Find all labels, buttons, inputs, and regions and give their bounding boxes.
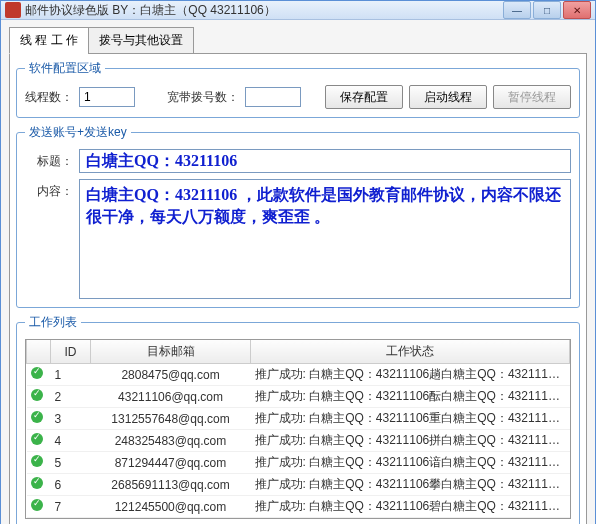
tab-thread-work[interactable]: 线 程 工 作 <box>9 27 89 54</box>
pause-thread-button[interactable]: 暂停线程 <box>493 85 571 109</box>
dial-count-input[interactable] <box>245 87 301 107</box>
table-row[interactable]: 12808475@qq.com推广成功: 白糖主QQ：43211106趟白糖主Q… <box>27 364 570 386</box>
worklist-legend: 工作列表 <box>25 314 81 331</box>
start-thread-button[interactable]: 启动线程 <box>409 85 487 109</box>
success-icon <box>31 389 43 401</box>
success-icon <box>31 477 43 489</box>
success-icon <box>31 455 43 467</box>
table-row[interactable]: 243211106@qq.com推广成功: 白糖主QQ：43211106酝白糖主… <box>27 386 570 408</box>
tab-strip: 线 程 工 作 拨号与其他设置 <box>9 26 587 53</box>
cell-status: 推广成功: 白糖主QQ：43211106拼白糖主QQ：43211106 ，此款软… <box>251 430 570 452</box>
table-row[interactable]: 31312557648@qq.com推广成功: 白糖主QQ：43211106重白… <box>27 408 570 430</box>
cell-id: 3 <box>51 408 91 430</box>
cell-mail: 2808475@qq.com <box>91 364 251 386</box>
cell-mail: 248325483@qq.com <box>91 430 251 452</box>
client-area: 线 程 工 作 拨号与其他设置 软件配置区域 线程数： 宽带拨号数： 保存配置 … <box>1 20 595 524</box>
cell-id: 6 <box>51 474 91 496</box>
app-window: 邮件协议绿色版 BY：白塘主（QQ 43211106） — □ ✕ 线 程 工 … <box>0 0 596 524</box>
cell-status: 推广成功: 白糖主QQ：43211106攀白糖主QQ：43211106 ，此款软… <box>251 474 570 496</box>
cell-mail: 871294447@qq.com <box>91 452 251 474</box>
cell-mail: 2685691113@qq.com <box>91 474 251 496</box>
success-icon <box>31 499 43 511</box>
send-group: 发送账号+发送key 标题： 内容： <box>16 124 580 308</box>
config-legend: 软件配置区域 <box>25 60 105 77</box>
cell-id: 4 <box>51 430 91 452</box>
save-config-button[interactable]: 保存配置 <box>325 85 403 109</box>
close-button[interactable]: ✕ <box>563 1 591 19</box>
cell-status: 推广成功: 白糖主QQ：43211106重白糖主QQ：43211106 ，此款软… <box>251 408 570 430</box>
title-label: 标题： <box>25 149 73 173</box>
cell-id: 2 <box>51 386 91 408</box>
table-row[interactable]: 4248325483@qq.com推广成功: 白糖主QQ：43211106拼白糖… <box>27 430 570 452</box>
thread-count-label: 线程数： <box>25 89 73 106</box>
worklist-table: ID 目标邮箱 工作状态 12808475@qq.com推广成功: 白糖主QQ：… <box>26 340 570 518</box>
cell-id: 7 <box>51 496 91 518</box>
content-textarea[interactable] <box>79 179 571 299</box>
table-row[interactable]: 5871294447@qq.com推广成功: 白糖主QQ：43211106谙白糖… <box>27 452 570 474</box>
table-row[interactable]: 7121245500@qq.com推广成功: 白糖主QQ：43211106碧白糖… <box>27 496 570 518</box>
cell-id: 5 <box>51 452 91 474</box>
cell-mail: 43211106@qq.com <box>91 386 251 408</box>
title-input[interactable] <box>79 149 571 173</box>
cell-status: 推广成功: 白糖主QQ：43211106谙白糖主QQ：43211106 ，此款软… <box>251 452 570 474</box>
tab-body: 软件配置区域 线程数： 宽带拨号数： 保存配置 启动线程 暂停线程 发送账号+发… <box>9 53 587 524</box>
maximize-button[interactable]: □ <box>533 1 561 19</box>
thread-count-input[interactable] <box>79 87 135 107</box>
config-group: 软件配置区域 线程数： 宽带拨号数： 保存配置 启动线程 暂停线程 <box>16 60 580 118</box>
tab-dial-settings[interactable]: 拨号与其他设置 <box>88 27 194 54</box>
success-icon <box>31 411 43 423</box>
cell-status: 推广成功: 白糖主QQ：43211106趟白糖主QQ：43211106 ，此款软… <box>251 364 570 386</box>
col-header-mail[interactable]: 目标邮箱 <box>91 340 251 364</box>
cell-status: 推广成功: 白糖主QQ：43211106酝白糖主QQ：43211106 ，此款软… <box>251 386 570 408</box>
cell-mail: 121245500@qq.com <box>91 496 251 518</box>
content-label: 内容： <box>25 179 73 299</box>
col-header-status[interactable]: 工作状态 <box>251 340 570 364</box>
titlebar[interactable]: 邮件协议绿色版 BY：白塘主（QQ 43211106） — □ ✕ <box>1 1 595 20</box>
success-icon <box>31 367 43 379</box>
table-row[interactable]: 62685691113@qq.com推广成功: 白糖主QQ：43211106攀白… <box>27 474 570 496</box>
dial-count-label: 宽带拨号数： <box>167 89 239 106</box>
cell-status: 推广成功: 白糖主QQ：43211106碧白糖主QQ：43211106 ，此款软… <box>251 496 570 518</box>
cell-id: 1 <box>51 364 91 386</box>
col-header-id[interactable]: ID <box>51 340 91 364</box>
success-icon <box>31 433 43 445</box>
worklist-table-wrap[interactable]: ID 目标邮箱 工作状态 12808475@qq.com推广成功: 白糖主QQ：… <box>25 339 571 519</box>
minimize-button[interactable]: — <box>503 1 531 19</box>
cell-mail: 1312557648@qq.com <box>91 408 251 430</box>
worklist-group: 工作列表 ID 目标邮箱 工作状态 12808475@qq.com推 <box>16 314 580 524</box>
send-legend: 发送账号+发送key <box>25 124 131 141</box>
col-header-icon[interactable] <box>27 340 51 364</box>
app-icon <box>5 2 21 18</box>
window-title: 邮件协议绿色版 BY：白塘主（QQ 43211106） <box>25 2 503 19</box>
